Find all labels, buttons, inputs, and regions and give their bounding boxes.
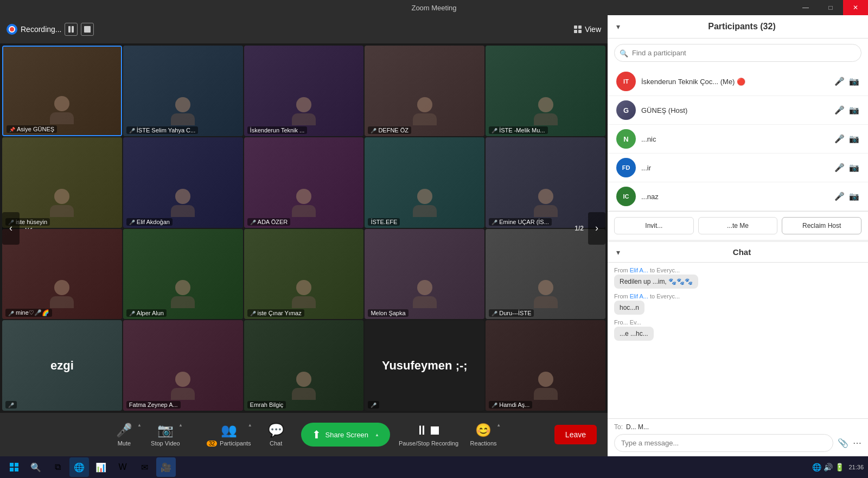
muted-icon-10 xyxy=(492,219,497,225)
video-cell-14: Melon Şapka xyxy=(365,229,484,320)
chat-message-input[interactable] xyxy=(614,434,833,452)
name-display-ezgi: ezgi xyxy=(50,359,74,373)
recording-dot xyxy=(7,24,17,35)
reactions-button[interactable]: 😊 ▲ Reactions xyxy=(467,423,500,447)
video-cell-1: Asiye GÜNEŞ xyxy=(2,46,122,136)
muted-icon-13 xyxy=(250,310,256,316)
reactions-icon: 😊 xyxy=(475,423,492,438)
pin-icon-1 xyxy=(9,126,15,132)
mute-icon: 🎤 xyxy=(116,423,132,438)
taskbar-app-word[interactable]: W xyxy=(113,457,132,477)
participants-caret[interactable]: ▲ xyxy=(248,423,252,428)
chat-from-1: From Elif A... to Everyc... xyxy=(614,267,861,273)
recording-label-tb: Pause/Stop Recording xyxy=(399,440,458,447)
maximize-button[interactable]: □ xyxy=(818,0,843,15)
recording-button[interactable]: ⏸⏹ Pause/Stop Recording xyxy=(399,423,458,447)
close-button[interactable]: ✕ xyxy=(843,0,868,15)
stop-recording-button[interactable] xyxy=(81,23,94,36)
participant-name-17: Fatma Zeynep A... xyxy=(126,401,181,409)
share-screen-button[interactable]: ⬆ Share Screen ▲ xyxy=(301,423,390,447)
view-button[interactable]: View xyxy=(574,25,601,34)
participant-name-20: Hamdi Aş... xyxy=(489,401,532,409)
top-bar: Recording... View xyxy=(0,15,608,43)
video-cell-2: İSTE Selim Yahya C... xyxy=(123,46,243,136)
taskbar-app-search[interactable]: 🔍 xyxy=(26,457,46,477)
participant-name-18: Emrah Bilgiç xyxy=(247,401,286,409)
video-cell-9: İSTE.EFE xyxy=(365,137,484,228)
participant-actions: Invit... ...te Me Reclaim Host xyxy=(608,211,868,240)
video-caret[interactable]: ▲ xyxy=(178,423,183,428)
mute-caret[interactable]: ▲ xyxy=(137,423,142,428)
recording-label: Recording... xyxy=(21,25,61,34)
minimize-button[interactable]: — xyxy=(793,0,818,15)
video-icon-fd[interactable]: 📷 xyxy=(849,163,859,173)
chat-message-2: From Elif A... to Everyc... hoc...n xyxy=(614,293,861,315)
muted-icon-12 xyxy=(129,310,135,316)
pause-recording-button[interactable] xyxy=(65,23,78,36)
search-participant-input[interactable] xyxy=(614,44,861,62)
video-icon: 📷 xyxy=(157,423,174,438)
rec-inner-dot xyxy=(9,26,15,33)
title-bar: Zoom Meeting — □ ✕ xyxy=(0,0,868,15)
mic-icon-3[interactable]: 🎤 xyxy=(834,134,845,144)
chat-label: Chat xyxy=(270,440,282,447)
share-screen-caret[interactable]: ▲ xyxy=(375,432,379,437)
taskbar-app-excel[interactable]: 📊 xyxy=(91,457,111,477)
search-participant-container: 🔍 xyxy=(614,44,861,62)
taskbar-app-zoom[interactable]: 🎥 xyxy=(156,457,176,477)
muted-icon-20 xyxy=(492,401,497,408)
participant-name-15: Duru---İSTE xyxy=(489,309,534,317)
participant-name-4: DEFNE ÖZ xyxy=(368,126,411,134)
prev-page-arrow[interactable]: ‹ xyxy=(2,212,20,245)
video-cell-17: Fatma Zeynep A... xyxy=(123,320,243,411)
chat-collapse-button[interactable]: ▾ xyxy=(616,248,620,257)
mic-icon-ic[interactable]: 🎤 xyxy=(834,192,845,201)
reactions-caret[interactable]: ▲ xyxy=(496,423,501,428)
leave-button[interactable]: Leave xyxy=(554,425,597,444)
mic-icon-fd[interactable]: 🎤 xyxy=(834,163,845,173)
chat-to-line: To: D... M... xyxy=(614,423,861,431)
network-icon[interactable]: 🌐 xyxy=(812,463,821,471)
video-cell-10: Emine UÇAR (İS... xyxy=(486,137,605,228)
participant-name-3: İskenderun Teknik ... xyxy=(247,126,308,134)
chat-more-button[interactable]: ⋯ xyxy=(853,438,861,448)
participant-controls-fd: 🎤 📷 xyxy=(834,163,859,173)
video-icon-host[interactable]: 📷 xyxy=(849,105,859,115)
video-icon-me[interactable]: 📷 xyxy=(849,77,859,86)
participant-name-5: İSTE -Melik Mu... xyxy=(489,126,547,134)
battery-icon[interactable]: 🔋 xyxy=(835,463,844,471)
taskbar-app-edge[interactable]: 🌐 xyxy=(69,457,89,477)
participants-collapse-button[interactable]: ▾ xyxy=(616,22,620,31)
volume-icon[interactable]: 🔊 xyxy=(824,463,833,471)
chat-input-row: 📎 ⋯ xyxy=(614,434,861,452)
participants-section: ▾ Participants (32) 🔍 IT İskenderun Tekn… xyxy=(608,15,868,240)
stop-video-button[interactable]: 📷 ▲ Stop Video xyxy=(149,423,182,447)
svg-rect-2 xyxy=(10,468,14,471)
video-icon-3[interactable]: 📷 xyxy=(849,134,859,144)
participant-name-13: iste Çınar Yımaz xyxy=(247,309,304,317)
video-grid: ‹ 1/2 Asiye GÜNEŞ İSTE Selim Yahya C... xyxy=(0,43,608,413)
next-page-arrow[interactable]: › xyxy=(588,212,605,245)
invite-button[interactable]: Invit... xyxy=(614,217,694,234)
mic-icon-me[interactable]: 🎤 xyxy=(834,77,845,86)
participant-name-19 xyxy=(368,401,379,409)
chat-button[interactable]: 💬 Chat xyxy=(260,423,292,447)
chat-file-button[interactable]: 📎 xyxy=(838,438,848,448)
taskbar-app-outlook[interactable]: ✉ xyxy=(135,457,154,477)
mute-me-button[interactable]: ...te Me xyxy=(698,217,778,234)
participants-label: 32 Participants xyxy=(207,440,251,447)
recording-icon: ⏸⏹ xyxy=(416,423,442,438)
mic-icon-host[interactable]: 🎤 xyxy=(834,105,845,115)
participant-avatar-ic: IC xyxy=(616,187,636,206)
taskbar-right: 🌐 🔊 🔋 21:36 xyxy=(812,463,864,471)
mute-button[interactable]: 🎤 ▲ Mute xyxy=(108,423,141,447)
reclaim-host-button[interactable]: Reclaim Host xyxy=(782,217,861,234)
taskbar-start-button[interactable] xyxy=(4,457,24,477)
participant-name-text-ic: ...naz xyxy=(641,193,829,201)
taskbar-app-taskview[interactable]: ⧉ xyxy=(48,457,67,477)
participants-button[interactable]: 👥 ▲ 32 Participants xyxy=(207,423,251,447)
video-icon-ic[interactable]: 📷 xyxy=(849,192,859,201)
page-indicator-right: 1/2 xyxy=(575,225,584,232)
taskbar-system-icons: 🌐 🔊 🔋 xyxy=(812,463,844,471)
right-panel: ▾ Participants (32) 🔍 IT İskenderun Tekn… xyxy=(608,15,868,456)
